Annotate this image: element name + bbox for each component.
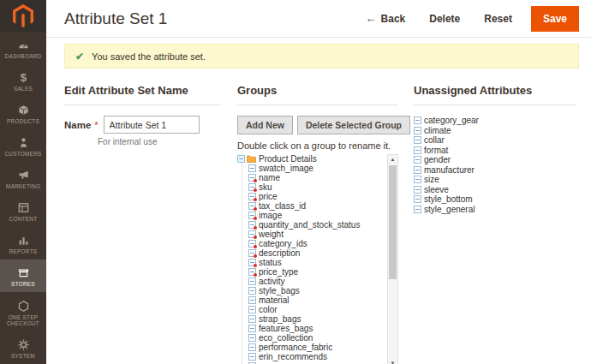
- unassigned-item[interactable]: sleeve: [414, 185, 576, 195]
- page-header: Attribute Set 1 ← Back Delete Reset Save: [46, 0, 591, 38]
- sidebar-item-one-step-checkout[interactable]: ONE STEP CHECKOUT: [0, 292, 46, 331]
- tree-item[interactable]: weight: [248, 230, 385, 239]
- unassigned-item[interactable]: style_bottom: [414, 194, 576, 205]
- attribute-icon: [414, 195, 421, 203]
- unassigned-item[interactable]: manufacturer: [414, 165, 576, 176]
- required-dot-icon: [254, 188, 257, 192]
- name-input[interactable]: [104, 116, 200, 134]
- sales-icon: $: [17, 71, 30, 84]
- sidebar-item-customers[interactable]: CUSTOMERS: [0, 129, 46, 162]
- attribute-icon: [248, 343, 256, 351]
- sidebar-item-reports[interactable]: REPORTS: [0, 227, 46, 260]
- tree-scrollbar[interactable]: ▲ ▼: [387, 154, 398, 364]
- sidebar-item-label: REPORTS: [9, 248, 38, 254]
- tree-root-product-details[interactable]: − Product Details: [237, 154, 385, 164]
- scrollbar-thumb[interactable]: [389, 165, 397, 279]
- tree-item[interactable]: features_bags: [248, 324, 385, 333]
- tree-root-label: Product Details: [259, 154, 317, 164]
- svg-text:$: $: [20, 71, 27, 84]
- attribute-icon: [248, 174, 256, 182]
- sidebar-item-label: SYSTEM: [11, 353, 35, 359]
- sidebar-item-content[interactable]: CONTENT: [0, 194, 46, 227]
- attribute-icon: [248, 193, 256, 200]
- attribute-icon: [248, 259, 256, 266]
- sidebar-nav: DASHBOARD $ SALES PRODUCTS CUSTOMERS: [0, 32, 46, 364]
- tree-item[interactable]: quantity_and_stock_status: [248, 220, 385, 230]
- unassigned-item-label: style_general: [424, 205, 475, 214]
- collapse-icon[interactable]: −: [237, 155, 245, 163]
- tree-item[interactable]: tax_class_id: [248, 201, 385, 211]
- sidebar-item-label: ONE STEP CHECKOUT: [0, 314, 46, 326]
- groups-hint: Double click on a group to rename it.: [237, 140, 398, 151]
- columns: Edit Attribute Set Name Name * For inter…: [64, 84, 579, 364]
- tree-item-label: erin_recommends: [259, 352, 327, 361]
- tree-item[interactable]: description: [248, 248, 385, 258]
- required-dot-icon: [254, 217, 257, 220]
- tree-item[interactable]: price: [248, 192, 385, 201]
- success-check-icon: ✔: [75, 51, 84, 63]
- back-button[interactable]: ← Back: [357, 7, 415, 30]
- unassigned-item[interactable]: style_general: [414, 205, 576, 215]
- tree-item[interactable]: sku: [248, 182, 385, 192]
- add-new-button[interactable]: Add New: [237, 116, 293, 134]
- required-dot-icon: [254, 236, 257, 239]
- tree-item[interactable]: material: [248, 295, 385, 305]
- name-label: Name: [64, 120, 91, 130]
- tree-item[interactable]: status: [248, 258, 385, 267]
- tree-item[interactable]: style_bags: [248, 286, 385, 295]
- scroll-up-icon[interactable]: ▲: [388, 155, 397, 164]
- tree-item-label: material: [259, 295, 290, 305]
- unassigned-item[interactable]: climate: [414, 126, 576, 136]
- sidebar-item-sales[interactable]: $ SALES: [0, 64, 46, 97]
- unassigned-item[interactable]: size: [414, 175, 576, 185]
- tree-item[interactable]: activity: [248, 277, 385, 286]
- unassigned-item[interactable]: gender: [414, 155, 576, 165]
- magento-logo[interactable]: [0, 0, 46, 32]
- sidebar-item-stores[interactable]: STORES: [0, 260, 46, 292]
- edit-attribute-set-section: Edit Attribute Set Name Name * For inter…: [64, 84, 221, 364]
- required-asterisk: *: [94, 120, 98, 130]
- tree-item[interactable]: category_ids: [248, 239, 385, 248]
- sidebar-item-label: SALES: [14, 86, 33, 92]
- unassigned-item-label: format: [424, 146, 448, 155]
- tree-item-label: weight: [259, 230, 284, 239]
- unassigned-item-label: sleeve: [424, 185, 449, 194]
- attribute-icon: [248, 212, 256, 219]
- tree-item-label: color: [259, 305, 278, 314]
- attribute-icon: [248, 249, 256, 257]
- sidebar-item-label: STORES: [11, 281, 35, 287]
- sidebar-item-label: MARKETING: [6, 183, 40, 189]
- groups-buttons: Add New Delete Selected Group: [237, 116, 398, 134]
- sidebar: DASHBOARD $ SALES PRODUCTS CUSTOMERS: [0, 0, 46, 364]
- sidebar-item-products[interactable]: PRODUCTS: [0, 97, 46, 129]
- name-field-row: Name *: [64, 116, 221, 134]
- sidebar-item-label: CUSTOMERS: [4, 151, 41, 157]
- tree-item[interactable]: erin_recommends: [248, 352, 385, 361]
- unassigned-item[interactable]: category_gear: [414, 116, 576, 126]
- sidebar-item-system[interactable]: SYSTEM: [0, 331, 46, 364]
- tree-item[interactable]: performance_fabric: [248, 343, 385, 352]
- tree-item-label: tax_class_id: [259, 201, 306, 211]
- reset-button[interactable]: Reset: [475, 8, 521, 30]
- tree-item[interactable]: eco_collection: [248, 333, 385, 343]
- save-button[interactable]: Save: [531, 6, 579, 32]
- tree-item[interactable]: swatch_image: [248, 164, 385, 173]
- sidebar-item-marketing[interactable]: MARKETING: [0, 162, 46, 194]
- tree-item[interactable]: color: [248, 305, 385, 314]
- delete-selected-group-button[interactable]: Delete Selected Group: [297, 116, 410, 134]
- tree-item[interactable]: price_type: [248, 267, 385, 277]
- tree-item[interactable]: strap_bags: [248, 314, 385, 324]
- tree-item-label: price: [259, 192, 278, 201]
- unassigned-item[interactable]: collar: [414, 135, 576, 146]
- attribute-icon: [248, 230, 256, 238]
- delete-button[interactable]: Delete: [421, 8, 469, 30]
- system-icon: [17, 338, 30, 351]
- attribute-icon: [414, 146, 421, 154]
- magento-admin-app: DASHBOARD $ SALES PRODUCTS CUSTOMERS: [0, 0, 591, 364]
- scroll-down-icon[interactable]: ▼: [388, 359, 397, 364]
- unassigned-item[interactable]: format: [414, 146, 576, 156]
- sidebar-item-dashboard[interactable]: DASHBOARD: [0, 32, 46, 64]
- tree-item[interactable]: name: [248, 173, 385, 182]
- attribute-icon: [248, 202, 256, 210]
- tree-item[interactable]: image: [248, 211, 385, 220]
